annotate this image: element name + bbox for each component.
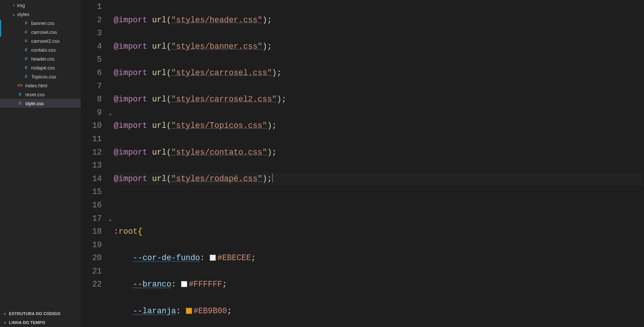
code-line: --cor-de-fundo: #EBECEE; bbox=[114, 252, 643, 265]
fold-toggle-icon[interactable]: ⌄ bbox=[109, 111, 112, 116]
import-path: styles/Topicos.css bbox=[176, 121, 262, 130]
git-modified-marker bbox=[0, 20, 1, 37]
file-tree: › img ⌄ styles · # banner.css · # carros… bbox=[0, 0, 81, 309]
line-number: 17 bbox=[81, 212, 102, 226]
line-number: 19 bbox=[81, 239, 102, 252]
code-line: @import url("styles/contato.css"); bbox=[114, 146, 643, 159]
css-file-icon: # bbox=[17, 100, 23, 106]
tree-folder-styles[interactable]: ⌄ styles bbox=[0, 10, 81, 19]
panel-outline[interactable]: › ESTRUTURA DO CÓDIGO bbox=[0, 309, 81, 318]
chevron-down-icon: ⌄ bbox=[11, 12, 16, 17]
chevron-right-icon: › bbox=[2, 311, 7, 316]
css-file-icon: # bbox=[23, 56, 29, 62]
import-path: styles/carrosel.css bbox=[176, 68, 267, 77]
tree-file-carrosel2-css[interactable]: · # carrosel2.css bbox=[0, 36, 81, 45]
file-label: style.css bbox=[25, 101, 81, 106]
folder-label: styles bbox=[17, 12, 81, 17]
panel-timeline[interactable]: › LINHA DO TEMPO bbox=[0, 318, 81, 327]
tree-folder-img[interactable]: › img bbox=[0, 1, 81, 10]
line-number: 10 bbox=[81, 119, 102, 133]
fold-gutter: ⌄ ⌄ bbox=[107, 0, 114, 327]
line-number: 5 bbox=[81, 53, 102, 67]
color-swatch-icon[interactable] bbox=[210, 255, 216, 261]
tree-file-reset-css[interactable]: · # reset.css bbox=[0, 90, 81, 99]
file-label: banner.css bbox=[31, 20, 81, 26]
css-file-icon: # bbox=[23, 20, 29, 26]
code-line: --branco: #FFFFFF; bbox=[114, 278, 643, 291]
html-file-icon: <> bbox=[17, 82, 23, 88]
import-path: styles/carrosel2.css bbox=[176, 95, 272, 104]
chevron-right-icon: › bbox=[11, 3, 16, 8]
code-line: @import url("styles/banner.css"); bbox=[114, 40, 643, 54]
tree-file-banner-css[interactable]: · # banner.css bbox=[0, 19, 81, 27]
code-line bbox=[114, 199, 643, 212]
tree-file-carrosel-css[interactable]: · # carrosel.css bbox=[0, 27, 81, 36]
text-cursor bbox=[272, 174, 273, 182]
line-number: 7 bbox=[81, 80, 102, 93]
import-path: styles/header.css bbox=[176, 16, 258, 25]
import-path: styles/contato.css bbox=[176, 148, 262, 157]
file-label: header.css bbox=[31, 56, 81, 62]
tree-file-topicos-css[interactable]: · # Topicos.css bbox=[0, 72, 81, 81]
folder-label: img bbox=[17, 3, 81, 8]
css-hex: #FFFFFF bbox=[189, 280, 222, 289]
code-line: @import url("styles/carrosel2.css"); bbox=[114, 93, 643, 106]
minimap[interactable] bbox=[643, 0, 644, 327]
code-line: @import url("styles/rodapé.css"); bbox=[114, 172, 643, 186]
line-number: 13 bbox=[81, 159, 102, 172]
explorer-sidebar: › img ⌄ styles · # banner.css · # carros… bbox=[0, 0, 81, 327]
line-number: 3 bbox=[81, 27, 102, 40]
css-file-icon: # bbox=[23, 74, 29, 80]
app-root: › img ⌄ styles · # banner.css · # carros… bbox=[0, 0, 644, 327]
line-number: 16 bbox=[81, 199, 102, 212]
file-label: rodapé.css bbox=[31, 65, 81, 71]
css-hex: #EB9B00 bbox=[194, 307, 227, 315]
line-number: 9 bbox=[81, 106, 102, 120]
css-file-icon: # bbox=[23, 38, 29, 44]
code-line: :root{ bbox=[114, 225, 643, 239]
css-var-name: cor-de-fundo bbox=[142, 253, 200, 262]
file-label: Topicos.css bbox=[31, 74, 81, 80]
import-path: styles/banner.css bbox=[176, 42, 258, 51]
import-path: styles/rodapé.css bbox=[176, 174, 258, 183]
css-hex: #EBECEE bbox=[217, 253, 251, 262]
tree-file-rodape-css[interactable]: · # rodapé.css bbox=[0, 63, 81, 72]
code-line: @import url("styles/Topicos.css"); bbox=[114, 119, 643, 133]
panel-label: ESTRUTURA DO CÓDIGO bbox=[9, 311, 60, 316]
line-number: 21 bbox=[81, 265, 102, 278]
file-label: carrosel.css bbox=[31, 29, 81, 35]
line-number: 15 bbox=[81, 185, 102, 199]
file-label: contato.css bbox=[31, 47, 81, 53]
line-number: 4 bbox=[81, 40, 102, 54]
line-number: 14 bbox=[81, 172, 102, 186]
file-label: index.html bbox=[25, 83, 81, 88]
file-label: carrosel2.css bbox=[31, 38, 81, 44]
fold-toggle-icon[interactable]: ⌄ bbox=[109, 217, 112, 222]
code-editor[interactable]: 1 2 3 4 5 6 7 8 9 10 11 12 13 14 15 16 1… bbox=[81, 0, 644, 327]
line-number: 1 bbox=[81, 0, 102, 14]
css-file-icon: # bbox=[23, 65, 29, 71]
color-swatch-icon[interactable] bbox=[181, 281, 187, 287]
file-label: reset.css bbox=[25, 92, 81, 97]
css-var-name: laranja bbox=[142, 307, 176, 315]
line-number: 12 bbox=[81, 146, 102, 159]
line-number: 8 bbox=[81, 93, 102, 106]
code-area[interactable]: @import url("styles/header.css"); @impor… bbox=[114, 0, 643, 327]
css-file-icon: # bbox=[23, 29, 29, 35]
code-line: --laranja: #EB9B00; bbox=[114, 305, 643, 318]
line-number-gutter: 1 2 3 4 5 6 7 8 9 10 11 12 13 14 15 16 1… bbox=[81, 0, 107, 327]
line-number: 2 bbox=[81, 14, 102, 27]
css-file-icon: # bbox=[17, 91, 23, 97]
css-file-icon: # bbox=[23, 47, 29, 53]
line-number: 6 bbox=[81, 67, 102, 80]
line-number: 11 bbox=[81, 133, 102, 146]
code-line: @import url("styles/header.css"); bbox=[114, 14, 643, 27]
css-var-name: branco bbox=[142, 280, 171, 289]
code-line: @import url("styles/carrosel.css"); bbox=[114, 67, 643, 80]
chevron-right-icon: › bbox=[2, 320, 7, 325]
tree-file-contato-css[interactable]: · # contato.css bbox=[0, 45, 81, 54]
color-swatch-icon[interactable] bbox=[186, 308, 192, 314]
tree-file-header-css[interactable]: · # header.css bbox=[0, 54, 81, 63]
tree-file-index-html[interactable]: · <> index.html bbox=[0, 81, 81, 90]
tree-file-style-css[interactable]: · # style.css bbox=[0, 99, 81, 108]
